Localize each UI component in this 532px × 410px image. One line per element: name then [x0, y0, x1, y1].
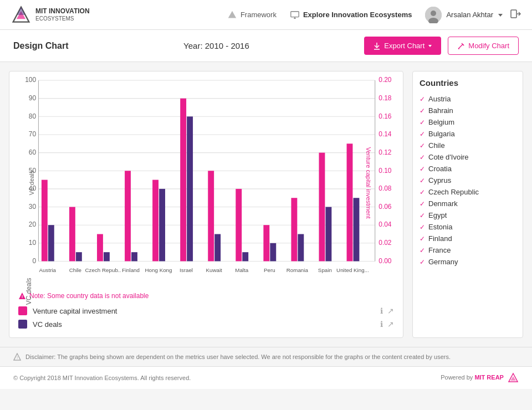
note: ! Note: Some country data is not availab…: [18, 292, 394, 300]
country-item[interactable]: ✓Austria: [420, 93, 516, 105]
legend-color-vc-investment: [18, 306, 27, 315]
legend: Venture capital investment ℹ ↗ VC deals …: [18, 306, 394, 329]
svg-text:Romania: Romania: [287, 267, 309, 273]
powered-by-text: Powered by: [441, 374, 474, 381]
countries-sidebar: Countries ✓Austria✓Bahrain✓Belgium✓Bulga…: [412, 71, 523, 338]
legend-icons-vc-deals: ℹ ↗: [380, 320, 394, 329]
nav-framework[interactable]: Framework: [227, 10, 277, 20]
nav-items: Framework Explore Innovation Ecosystems: [227, 10, 412, 20]
note-text: Note: Some country data is not available: [29, 292, 149, 300]
country-item[interactable]: ✓Cyprus: [420, 175, 516, 186]
chart-container: 0 10 20 30 40 50 60 70 80 90 100: [9, 71, 403, 338]
country-item[interactable]: ✓Cote d'Ivoire: [420, 151, 516, 163]
bar-purple-malta: [242, 252, 248, 261]
country-item[interactable]: ✓Egypt: [420, 209, 516, 221]
mit-reap-link[interactable]: MIT REAP: [474, 374, 504, 381]
country-item[interactable]: ✓Finland: [420, 233, 516, 244]
svg-text:20: 20: [29, 221, 37, 228]
svg-text:0.12: 0.12: [378, 148, 392, 156]
country-name: Cyprus: [428, 176, 451, 184]
share-icon-deals[interactable]: ↗: [387, 320, 394, 329]
country-item[interactable]: ✓Bahrain: [420, 105, 516, 116]
svg-text:United King...: United King...: [336, 267, 369, 273]
country-name: Chile: [428, 141, 445, 150]
logo: MIT INNOVATION ECOSYSTEMS: [11, 5, 90, 25]
svg-marker-10: [498, 14, 503, 17]
bar-pink-chile: [69, 207, 75, 262]
legend-item-vc-investment: Venture capital investment ℹ ↗: [18, 306, 394, 315]
user-area[interactable]: Arsalan Akhtar: [425, 7, 503, 23]
nav-explore[interactable]: Explore Innovation Ecosystems: [290, 10, 412, 20]
footer-logo-icon: [508, 372, 519, 383]
country-check-icon: ✓: [420, 177, 425, 184]
bar-purple-chile: [76, 252, 82, 261]
svg-text:100: 100: [25, 76, 36, 84]
svg-text:Finland: Finland: [122, 267, 140, 273]
country-item[interactable]: ✓Germany: [420, 256, 516, 268]
explore-icon: [290, 10, 300, 20]
toolbar: Design Chart Year: 2010 - 2016 Export Ch…: [0, 30, 532, 62]
country-item[interactable]: ✓Czech Republic: [420, 186, 516, 198]
user-name: Arsalan Akhtar: [446, 11, 493, 19]
country-item[interactable]: ✓Chile: [420, 140, 516, 151]
countries-list: ✓Austria✓Bahrain✓Belgium✓Bulgaria✓Chile✓…: [420, 93, 516, 268]
bar-pink-czech: [97, 234, 103, 262]
bar-purple-romania: [298, 234, 304, 262]
country-check-icon: ✓: [420, 247, 425, 254]
country-name: Czech Republic: [428, 188, 479, 196]
legend-item-vc-deals: VC deals ℹ ↗: [18, 320, 394, 329]
legend-label-vc-deals: VC deals: [33, 320, 375, 329]
svg-text:80: 80: [29, 112, 37, 120]
bar-pink-uk: [347, 144, 353, 261]
country-item[interactable]: ✓Croatia: [420, 163, 516, 175]
bar-purple-uk: [354, 198, 360, 261]
bar-pink-austria: [42, 180, 48, 262]
country-name: Germany: [428, 258, 458, 266]
avatar: [425, 7, 442, 23]
nav-explore-label: Explore Innovation Ecosystems: [303, 11, 412, 19]
country-check-icon: ✓: [420, 223, 425, 231]
country-name: Finland: [428, 234, 452, 243]
svg-text:40: 40: [29, 184, 37, 192]
country-item[interactable]: ✓Estonia: [420, 221, 516, 233]
info-icon-vc[interactable]: ℹ: [380, 306, 383, 315]
svg-text:70: 70: [29, 130, 37, 138]
header: MIT INNOVATION ECOSYSTEMS Framework Expl…: [0, 0, 532, 30]
bar-pink-kuwait: [208, 171, 214, 261]
export-chevron-icon: [428, 44, 432, 48]
countries-title: Countries: [420, 78, 516, 88]
country-item[interactable]: ✓Bulgaria: [420, 128, 516, 140]
bar-purple-finland: [131, 252, 137, 261]
country-name: France: [428, 246, 451, 254]
country-item[interactable]: ✓Denmark: [420, 198, 516, 209]
country-check-icon: ✓: [420, 107, 425, 115]
modify-button[interactable]: Modify Chart: [448, 37, 519, 55]
bar-pink-israel: [180, 99, 186, 262]
svg-text:0.02: 0.02: [378, 239, 392, 247]
svg-line-16: [458, 44, 463, 49]
bar-purple-hongkong: [159, 189, 165, 262]
share-icon-vc[interactable]: ↗: [387, 306, 394, 315]
country-name: Bulgaria: [428, 130, 455, 138]
logout-button[interactable]: [510, 8, 521, 21]
country-check-icon: ✓: [420, 258, 425, 266]
bar-pink-malta: [236, 189, 242, 262]
svg-text:Austria: Austria: [39, 267, 57, 273]
download-icon: [373, 42, 381, 50]
svg-marker-3: [228, 11, 236, 18]
bar-pink-peru: [263, 225, 269, 261]
y-right-axis: 0.00 0.02 0.04 0.06 0.08 0.10 0.12 0.14 …: [375, 76, 392, 264]
chevron-down-icon: [498, 12, 503, 18]
export-button[interactable]: Export Chart: [364, 37, 441, 55]
disclaimer-text: Disclaimer: The graphs being shown are d…: [25, 353, 451, 360]
svg-text:!: !: [17, 355, 18, 360]
svg-text:0.00: 0.00: [378, 257, 392, 265]
bar-purple-czech: [104, 252, 110, 261]
toolbar-actions: Export Chart Modify Chart: [364, 37, 519, 55]
copyright: © Copyright 2018 MIT Innovation Ecosyste…: [13, 375, 191, 381]
svg-text:10: 10: [29, 239, 37, 247]
country-item[interactable]: ✓Belgium: [420, 116, 516, 128]
info-icon-deals[interactable]: ℹ: [380, 320, 383, 329]
country-item[interactable]: ✓France: [420, 244, 516, 256]
svg-text:Spain: Spain: [318, 267, 332, 273]
